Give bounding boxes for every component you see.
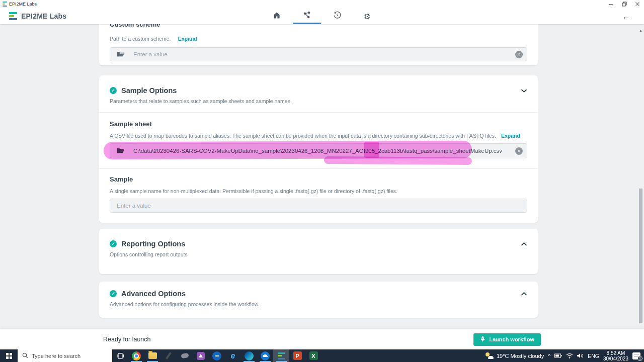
app-logo-icon bbox=[3, 2, 7, 7]
close-button[interactable] bbox=[631, 0, 644, 8]
chevron-down-icon[interactable] bbox=[521, 88, 527, 93]
chevron-up-icon[interactable] bbox=[521, 242, 527, 246]
taskbar-app-tool[interactable] bbox=[160, 349, 177, 362]
home-icon bbox=[273, 11, 281, 21]
weather-icon bbox=[486, 352, 494, 359]
reporting-options-description: Options controlling report outputs bbox=[110, 251, 527, 257]
taskbar-app-purple[interactable] bbox=[193, 349, 209, 362]
divider bbox=[99, 168, 538, 169]
blue-circle-icon bbox=[212, 351, 221, 360]
epi2me-taskbar-icon bbox=[278, 352, 285, 359]
sample-options-header[interactable]: ✓ Sample Options bbox=[110, 75, 527, 95]
sample-sheet-expand-link[interactable]: Expand bbox=[501, 133, 520, 139]
chevron-up-icon[interactable] bbox=[521, 292, 527, 296]
language-indicator[interactable]: ENG bbox=[588, 353, 599, 359]
taskbar-epi2me[interactable] bbox=[273, 349, 289, 362]
content-area: Custom scheme Path to a custom scheme. E… bbox=[0, 24, 644, 329]
custom-scheme-expand-link[interactable]: Expand bbox=[178, 36, 197, 42]
taskbar-file-explorer[interactable] bbox=[144, 349, 160, 362]
reporting-options-header[interactable]: ✓ Reporting Options bbox=[110, 229, 527, 248]
custom-scheme-placeholder: Enter a value bbox=[133, 51, 515, 57]
taskbar-clock[interactable]: 8:52 AM 30/04/2023 bbox=[603, 350, 628, 361]
brand: EPI2ME Labs bbox=[9, 12, 66, 20]
sample-input[interactable]: Enter a value bbox=[110, 199, 527, 213]
speaker-icon[interactable] bbox=[577, 353, 584, 358]
custom-scheme-input[interactable]: Enter a value × bbox=[110, 47, 527, 61]
scrollbar-thumb[interactable] bbox=[639, 189, 642, 323]
taskbar-edge[interactable] bbox=[241, 349, 257, 362]
main-nav: ⚙ bbox=[262, 8, 382, 24]
taskbar-internet-explorer[interactable]: e bbox=[225, 349, 241, 362]
notification-badge: 1 bbox=[637, 356, 642, 361]
taskbar-search[interactable]: Type here to search bbox=[18, 349, 112, 362]
check-circle-icon: ✓ bbox=[110, 290, 117, 297]
pen-tool-icon bbox=[166, 352, 172, 359]
card-reporting-options: ✓ Reporting Options Options controlling … bbox=[99, 229, 538, 274]
nav-history[interactable] bbox=[322, 8, 352, 24]
ie-icon: e bbox=[231, 352, 235, 360]
gear-icon: ⚙ bbox=[364, 13, 370, 20]
nav-home[interactable] bbox=[262, 8, 292, 24]
sample-placeholder: Enter a value bbox=[117, 203, 523, 209]
windows-logo-icon bbox=[6, 353, 12, 359]
taskbar-app-cloud[interactable] bbox=[257, 349, 273, 362]
sample-sheet-desc-row: A CSV file used to map barcodes to sampl… bbox=[110, 133, 527, 139]
advanced-options-header[interactable]: ✓ Advanced Options bbox=[110, 282, 527, 298]
sample-title: Sample bbox=[110, 175, 527, 183]
weather-widget[interactable]: 19°C Mostly cloudy bbox=[486, 352, 544, 359]
reporting-options-title: Reporting Options bbox=[121, 240, 185, 248]
clock-date: 30/04/2023 bbox=[603, 356, 628, 361]
back-arrow-icon[interactable]: ← bbox=[622, 13, 630, 20]
advanced-options-description: Advanced options for configuring process… bbox=[110, 301, 527, 307]
system-tray: 19°C Mostly cloudy ^ ENG 8:52 AM 30/04/2… bbox=[486, 349, 644, 362]
card-advanced-options: ✓ Advanced Options Advanced options for … bbox=[99, 282, 538, 318]
task-view-button[interactable] bbox=[112, 349, 128, 362]
start-button[interactable] bbox=[0, 349, 18, 362]
battery-icon[interactable] bbox=[554, 353, 562, 358]
cloud-circle-icon bbox=[261, 351, 270, 360]
taskbar-excel[interactable]: X bbox=[305, 349, 321, 362]
search-icon bbox=[22, 351, 28, 360]
powerpoint-icon: P bbox=[293, 351, 302, 360]
minimize-button[interactable] bbox=[605, 0, 618, 8]
tray-chevron-icon[interactable]: ^ bbox=[548, 353, 550, 359]
folder-icon bbox=[117, 148, 124, 154]
divider bbox=[99, 112, 538, 113]
taskbar: Type here to search e P X 19°C Mostly cl… bbox=[0, 349, 644, 362]
gray-app-icon bbox=[181, 353, 189, 358]
card-sample-options: ✓ Sample Options Parameters that relate … bbox=[99, 75, 538, 223]
taskbar-powerpoint[interactable]: P bbox=[289, 349, 305, 362]
taskbar-app-blue[interactable] bbox=[209, 349, 225, 362]
advanced-options-title: Advanced Options bbox=[121, 290, 186, 298]
sample-sheet-input[interactable]: C:\data\20230426-SARS-COV2-MakeUpData\no… bbox=[110, 143, 527, 158]
clear-icon[interactable]: × bbox=[515, 147, 523, 155]
action-center-icon[interactable]: 1 bbox=[632, 352, 640, 359]
launch-status-text: Ready for launch bbox=[103, 336, 151, 343]
search-placeholder: Type here to search bbox=[32, 353, 80, 359]
nav-settings[interactable]: ⚙ bbox=[352, 8, 382, 24]
window-titlebar: EPI2ME Labs bbox=[0, 0, 644, 8]
sample-sheet-title: Sample sheet bbox=[110, 120, 527, 128]
chrome-icon bbox=[132, 351, 141, 360]
epi2me-logo-icon bbox=[9, 12, 17, 20]
sample-options-description: Parameters that relate to samples such a… bbox=[110, 98, 527, 104]
history-icon bbox=[333, 11, 341, 21]
rocket-icon bbox=[480, 336, 486, 343]
taskbar-app-gray[interactable] bbox=[177, 349, 193, 362]
weather-text: 19°C Mostly cloudy bbox=[497, 353, 544, 359]
nav-workflows[interactable] bbox=[292, 8, 322, 24]
launch-footer: Ready for launch Launch workflow bbox=[0, 329, 644, 349]
wifi-icon[interactable] bbox=[566, 353, 573, 358]
excel-icon: X bbox=[309, 351, 318, 360]
scrollbar-up-arrow[interactable]: ▲ bbox=[639, 29, 642, 32]
restore-button[interactable] bbox=[618, 0, 631, 8]
sample-description: A single sample name for non-multiplexed… bbox=[110, 188, 397, 194]
launch-workflow-button[interactable]: Launch workflow bbox=[473, 333, 541, 346]
custom-scheme-desc-row: Path to a custom scheme. Expand bbox=[110, 34, 527, 43]
clear-icon[interactable]: × bbox=[515, 51, 523, 58]
taskbar-chrome[interactable] bbox=[128, 349, 144, 362]
custom-scheme-description: Path to a custom scheme. bbox=[110, 36, 171, 42]
sample-options-title: Sample Options bbox=[121, 86, 177, 95]
screen: EPI2ME Labs EPI2ME Labs bbox=[0, 0, 644, 362]
clock-time: 8:52 AM bbox=[603, 350, 628, 356]
